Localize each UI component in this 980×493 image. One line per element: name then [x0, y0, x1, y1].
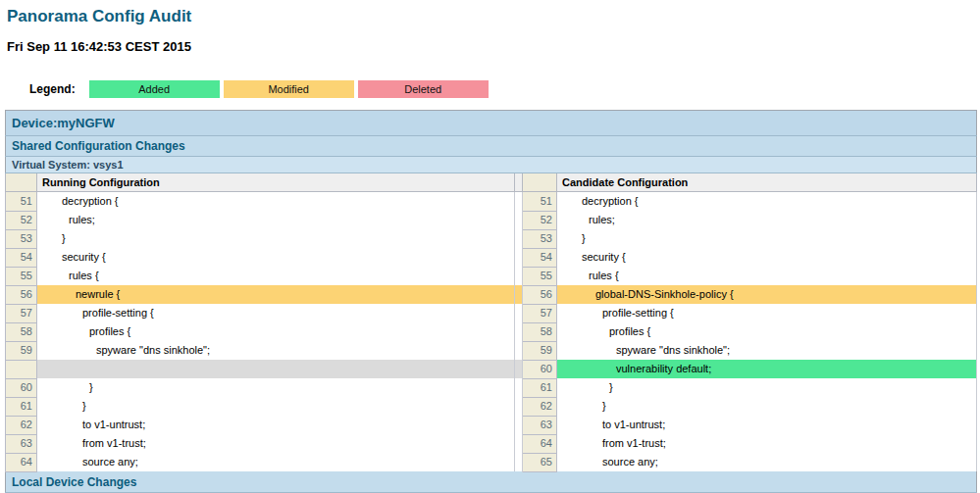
legend: Legend: Added Modified Deleted	[29, 80, 977, 98]
pane-gap-header	[515, 173, 523, 192]
pane-gap-cell	[515, 397, 523, 416]
line-number-cell: 61	[523, 378, 557, 397]
config-line-left: profile-setting {	[37, 304, 515, 322]
config-line-right: from v1-trust;	[557, 434, 977, 453]
config-line-left: newrule {	[37, 285, 515, 304]
config-line-left: profiles {	[37, 322, 515, 341]
diff-row: 64source any;65source any;	[6, 453, 977, 471]
diff-row: 59spyware "dns sinkhole";59spyware "dns …	[6, 341, 977, 360]
config-line-left: source any;	[37, 453, 515, 471]
config-line-left: }	[37, 229, 515, 248]
legend-added-swatch: Added	[89, 80, 220, 98]
line-number-cell: 65	[523, 453, 557, 471]
config-audit-table: Device:myNGFW Shared Configuration Chang…	[5, 110, 977, 493]
pane-gap-cell	[515, 378, 523, 397]
pane-gap-cell	[515, 322, 523, 341]
candidate-config-column-header: Candidate Configuration	[557, 173, 977, 192]
config-line-right: security {	[557, 248, 977, 267]
line-number-cell: 60	[523, 360, 557, 378]
line-number-cell: 62	[6, 416, 37, 434]
local-device-section: Local Device Changes Running Configurati…	[6, 471, 977, 493]
line-number-cell: 59	[523, 341, 557, 360]
config-line-right: spyware "dns sinkhole";	[557, 341, 977, 360]
config-line-right: global-DNS-Sinkhole-policy {	[557, 285, 977, 304]
line-number-cell: 53	[6, 229, 37, 248]
line-number-cell: 63	[523, 416, 557, 434]
config-line-right: }	[557, 378, 977, 397]
diff-row: 60}61}	[6, 378, 977, 397]
config-line-left: to v1-untrust;	[37, 416, 515, 434]
line-number-cell: 61	[6, 397, 37, 416]
line-number-cell: 62	[523, 397, 557, 416]
config-audit-page: Panorama Config Audit Fri Sep 11 16:42:5…	[0, 0, 980, 493]
config-line-left: spyware "dns sinkhole";	[37, 341, 515, 360]
config-line-left	[37, 360, 515, 378]
line-number-cell: 58	[523, 322, 557, 341]
config-line-right: to v1-untrust;	[557, 416, 977, 434]
table-headers: Device:myNGFW Shared Configuration Chang…	[6, 111, 977, 192]
column-header-row: Running Configuration Candidate Configur…	[6, 173, 977, 192]
line-number-column-header	[523, 173, 557, 192]
line-number-cell: 56	[6, 285, 37, 304]
line-number-cell: 57	[523, 304, 557, 322]
config-line-right: }	[557, 229, 977, 248]
page-title: Panorama Config Audit	[7, 7, 977, 25]
line-number-cell: 55	[6, 267, 37, 285]
line-number-cell: 63	[6, 434, 37, 453]
line-number-cell: 60	[6, 378, 37, 397]
device-header-row: Device:myNGFW	[6, 111, 977, 136]
line-number-cell: 54	[6, 248, 37, 267]
line-number-cell: 51	[6, 192, 37, 212]
pane-gap-cell	[515, 248, 523, 267]
line-number-cell: 56	[523, 285, 557, 304]
vsys-header-row: Virtual System: vsys1	[6, 157, 977, 173]
audit-timestamp: Fri Sep 11 16:42:53 CEST 2015	[7, 39, 977, 54]
config-line-left: rules {	[37, 267, 515, 285]
diff-row: 62to v1-untrust;63to v1-untrust;	[6, 416, 977, 434]
pane-gap-cell	[515, 285, 523, 304]
local-device-header: Local Device Changes	[6, 471, 977, 492]
pane-gap-cell	[515, 416, 523, 434]
pane-gap-cell	[515, 229, 523, 248]
config-line-right: decryption {	[557, 192, 977, 212]
line-number-cell: 54	[523, 248, 557, 267]
config-line-left: }	[37, 378, 515, 397]
shared-config-header: Shared Configuration Changes	[6, 136, 977, 157]
config-line-right: profile-setting {	[557, 304, 977, 322]
config-line-right: profiles {	[557, 322, 977, 341]
line-number-column-header	[6, 173, 37, 192]
line-number-cell: 51	[523, 192, 557, 212]
legend-modified-swatch: Modified	[224, 80, 354, 98]
local-device-header-row: Local Device Changes	[6, 471, 977, 492]
diff-row: 60vulnerability default;	[6, 360, 977, 378]
pane-gap-cell	[515, 192, 523, 212]
config-line-left: from v1-trust;	[37, 434, 515, 453]
config-line-left: decryption {	[37, 192, 515, 212]
diff-row: 63from v1-trust;64from v1-trust;	[6, 434, 977, 453]
pane-gap-cell	[515, 304, 523, 322]
running-config-column-header: Running Configuration	[37, 173, 515, 192]
config-line-right: rules;	[557, 211, 977, 229]
line-number-cell: 64	[6, 453, 37, 471]
config-line-right: vulnerability default;	[557, 360, 977, 378]
diff-row: 54security {54security {	[6, 248, 977, 267]
line-number-cell: 55	[523, 267, 557, 285]
shared-config-header-row: Shared Configuration Changes	[6, 136, 977, 157]
pane-gap-cell	[515, 211, 523, 229]
pane-gap-cell	[515, 360, 523, 378]
line-number-cell	[6, 360, 37, 378]
line-number-cell: 52	[523, 211, 557, 229]
config-line-right: }	[557, 397, 977, 416]
config-line-right: rules {	[557, 267, 977, 285]
pane-gap-cell	[515, 341, 523, 360]
line-number-cell: 57	[6, 304, 37, 322]
pane-gap-cell	[515, 453, 523, 471]
diff-row: 53}53}	[6, 229, 977, 248]
pane-gap-cell	[515, 434, 523, 453]
legend-deleted-swatch: Deleted	[358, 80, 489, 98]
diff-row: 56newrule {56global-DNS-Sinkhole-policy …	[6, 285, 977, 304]
config-line-left: security {	[37, 248, 515, 267]
pane-gap-cell	[515, 267, 523, 285]
config-line-left: }	[37, 397, 515, 416]
diff-row: 55rules {55rules {	[6, 267, 977, 285]
